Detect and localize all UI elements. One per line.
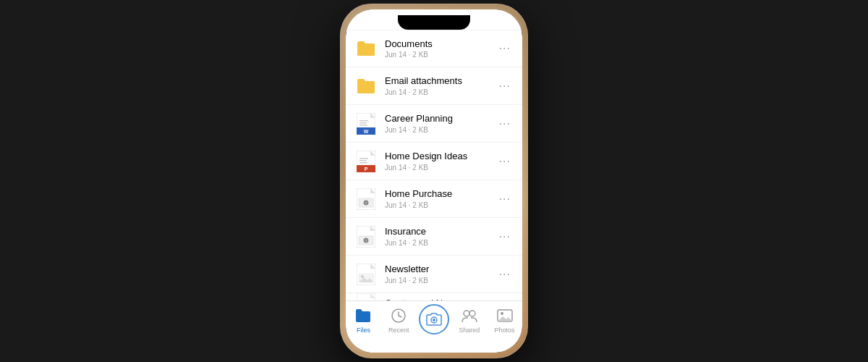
file-name: Career Planning: [385, 113, 496, 125]
file-name: Newsletter: [385, 264, 496, 276]
file-info: Home Purchase Jun 14 · 2 KB: [385, 188, 496, 209]
file-meta: Jun 14 · 2 KB: [385, 164, 496, 172]
more-button[interactable]: ···: [496, 265, 514, 284]
more-button[interactable]: ···: [496, 190, 514, 209]
file-name: Home Design Ideas: [385, 151, 496, 163]
svg-point-39: [501, 312, 503, 315]
video-doc-icon-2: [354, 225, 378, 248]
tab-bar: Files Recent: [346, 300, 522, 353]
clock-tab-icon: [390, 307, 407, 324]
svg-text:W: W: [364, 129, 369, 134]
file-meta: Jun 14 · 2 KB: [385, 126, 496, 134]
list-item[interactable]: P Home Design Ideas Jun 14 · 2 KB ···: [346, 143, 522, 180]
file-info: Insurance Jun 14 · 2 KB: [385, 226, 496, 247]
list-item[interactable]: Email attachments Jun 14 · 2 KB ···: [346, 67, 522, 105]
generic-doc-icon: [354, 293, 378, 300]
svg-rect-11: [359, 158, 368, 159]
file-name: Documents: [385, 38, 496, 51]
tab-files[interactable]: Files: [346, 307, 381, 334]
file-info: Career Planning Jun 14 · 2 KB: [385, 113, 496, 134]
svg-point-18: [365, 201, 367, 203]
more-button[interactable]: ···: [496, 295, 514, 301]
more-button[interactable]: ···: [496, 114, 514, 133]
folder-icon: [354, 75, 378, 98]
image-doc-icon: [354, 263, 378, 286]
phone-device: Documents Jun 14 · 2 KB ··· Email atta: [340, 4, 528, 358]
file-meta: Jun 14 · 2 KB: [385, 239, 496, 247]
more-button[interactable]: ···: [496, 77, 514, 96]
tab-photos[interactable]: Photos: [487, 307, 522, 334]
svg-point-23: [365, 239, 367, 241]
ppt-doc-icon: P: [354, 150, 378, 173]
file-info: Newsletter Jun 14 · 2 KB: [385, 264, 496, 285]
svg-rect-5: [359, 122, 367, 124]
svg-point-35: [433, 319, 435, 321]
tab-camera[interactable]: [417, 307, 452, 334]
svg-point-36: [464, 311, 469, 316]
tab-shared-label: Shared: [459, 327, 480, 334]
tab-recent[interactable]: Recent: [381, 307, 417, 334]
list-item[interactable]: Documents Jun 14 · 2 KB ···: [346, 30, 522, 67]
list-item[interactable]: Insurance Jun 14 · 2 KB ···: [346, 218, 522, 256]
camera-tab-icon: [419, 304, 449, 334]
file-meta: Jun 14 · 2 KB: [385, 201, 496, 209]
file-name: Quotes and N...: [385, 298, 496, 300]
file-meta: Jun 14 · 2 KB: [385, 88, 496, 96]
file-info: Documents Jun 14 · 2 KB: [385, 38, 496, 59]
list-item[interactable]: Newsletter Jun 14 · 2 KB ···: [346, 256, 522, 293]
more-button[interactable]: ···: [496, 227, 514, 246]
file-name: Home Purchase: [385, 188, 496, 201]
svg-point-37: [469, 311, 475, 316]
file-name: Insurance: [385, 226, 496, 238]
photos-tab-icon: [496, 307, 514, 324]
video-doc-icon: [354, 188, 378, 211]
folder-tab-icon: [354, 307, 372, 324]
file-info: Quotes and N...: [385, 298, 496, 300]
svg-rect-6: [359, 125, 367, 126]
svg-point-27: [361, 275, 364, 278]
folder-icon: [354, 37, 378, 60]
file-info: Home Design Ideas Jun 14 · 2 KB: [385, 151, 496, 172]
file-meta: Jun 14 · 2 KB: [385, 277, 496, 285]
tab-photos-label: Photos: [495, 327, 515, 334]
app-screen: Documents Jun 14 · 2 KB ··· Email atta: [346, 9, 522, 353]
file-info: Email attachments Jun 14 · 2 KB: [385, 75, 496, 96]
tab-files-label: Files: [357, 327, 370, 334]
file-name: Email attachments: [385, 75, 496, 88]
word-doc-icon: W: [354, 112, 378, 135]
file-meta: Jun 14 · 2 KB: [385, 51, 496, 59]
file-list: Documents Jun 14 · 2 KB ··· Email atta: [346, 30, 522, 300]
svg-text:P: P: [365, 167, 368, 172]
list-item[interactable]: Home Purchase Jun 14 · 2 KB ···: [346, 180, 522, 218]
list-item[interactable]: W Career Planning Jun 14 · 2 KB ···: [346, 105, 522, 143]
notch-area: [346, 9, 522, 30]
more-button[interactable]: ···: [496, 152, 514, 171]
svg-line-33: [399, 316, 401, 317]
list-item[interactable]: Quotes and N... ···: [346, 293, 522, 300]
phone-screen-container: Documents Jun 14 · 2 KB ··· Email atta: [346, 9, 522, 353]
svg-rect-4: [359, 120, 368, 122]
svg-rect-13: [359, 162, 367, 164]
shared-tab-icon: [461, 307, 478, 324]
svg-marker-40: [498, 316, 512, 321]
svg-rect-12: [359, 160, 367, 161]
more-button[interactable]: ···: [496, 39, 514, 58]
notch: [398, 15, 470, 30]
tab-recent-label: Recent: [388, 327, 409, 334]
tab-shared[interactable]: Shared: [451, 307, 487, 334]
